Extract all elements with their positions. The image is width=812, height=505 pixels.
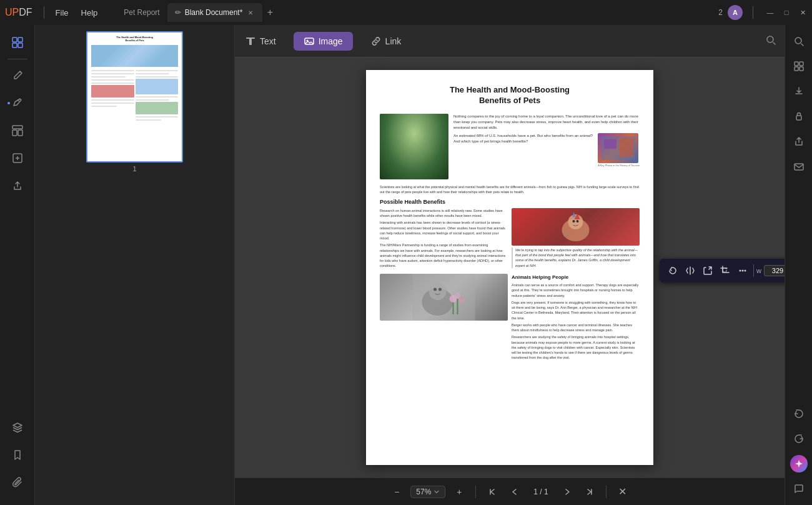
- bottom-close-btn[interactable]: ✕: [614, 483, 631, 501]
- zoom-display[interactable]: 57%: [410, 486, 445, 498]
- pdf-animals-section: Animals Helping People Animals can serve…: [380, 274, 640, 361]
- more-options-btn[interactable]: [735, 262, 751, 279]
- rotate-left-btn[interactable]: [665, 262, 681, 279]
- toolbar-divider: [753, 264, 754, 277]
- svg-rect-8: [246, 38, 255, 39]
- zoom-in-btn[interactable]: +: [450, 483, 468, 501]
- sidebar-icon-edit[interactable]: [5, 63, 30, 88]
- pdf-title: The Health and Mood-Boosting Benefits of…: [380, 85, 640, 106]
- maximize-btn[interactable]: □: [782, 8, 791, 17]
- svg-rect-2: [12, 43, 17, 48]
- thumb-line: [136, 76, 179, 78]
- text-tool-btn[interactable]: Text: [235, 32, 286, 51]
- svg-point-12: [767, 36, 773, 42]
- nav-next-btn[interactable]: [558, 483, 576, 501]
- w-label: w: [756, 267, 761, 274]
- minimize-btn[interactable]: —: [766, 8, 775, 17]
- right-extract-icon[interactable]: [788, 80, 810, 102]
- thumb-line: [136, 73, 170, 74]
- svg-point-25: [573, 220, 575, 222]
- app-logo: UPDF: [5, 7, 32, 18]
- thumbnail-page-1[interactable]: The Health and Mood-BoostingBenefits of …: [41, 31, 228, 172]
- thumbnail-list: The Health and Mood-BoostingBenefits of …: [35, 25, 234, 505]
- zoom-level: 57%: [416, 488, 431, 496]
- image-tool-btn[interactable]: Image: [294, 32, 353, 51]
- svg-rect-46: [796, 116, 801, 120]
- page-indicator: 1 / 1: [528, 488, 553, 496]
- svg-rect-47: [795, 164, 803, 170]
- sidebar-icon-annotate[interactable]: [5, 91, 30, 116]
- thumb-title: The Health and Mood-BoostingBenefits of …: [91, 36, 178, 42]
- right-mail-icon[interactable]: [788, 155, 810, 178]
- svg-point-29: [429, 282, 447, 300]
- pdf-cat-gray-img: [380, 274, 508, 321]
- pdf-viewer[interactable]: The Health and Mood-Boosting Benefits of…: [235, 58, 785, 478]
- right-chat-icon[interactable]: [788, 478, 810, 500]
- svg-point-40: [745, 270, 746, 272]
- thumb-line: [91, 99, 134, 101]
- add-tab-btn[interactable]: +: [262, 5, 277, 20]
- svg-rect-19: [604, 139, 616, 149]
- flip-horizontal-btn[interactable]: [682, 262, 698, 279]
- sidebar-icon-organize[interactable]: [5, 146, 30, 171]
- image-tool-label: Image: [319, 36, 343, 46]
- sidebar-icon-bookmark[interactable]: [5, 442, 30, 468]
- link-tool-btn[interactable]: Link: [360, 32, 412, 51]
- bottom-divider1: [475, 486, 476, 498]
- right-share-icon[interactable]: [788, 130, 810, 152]
- pdf-page: The Health and Mood-Boosting Benefits of…: [366, 70, 653, 465]
- menu-help[interactable]: Help: [75, 6, 104, 20]
- tab-blank-document[interactable]: ✏ Blank Document* ✕: [167, 3, 263, 22]
- pdf-cat-image-container: [380, 114, 448, 179]
- sidebar-icon-layers[interactable]: [5, 415, 30, 440]
- zoom-out-btn[interactable]: −: [388, 483, 405, 501]
- pdf-animals-text2: Dogs are very present. If someone is str…: [512, 300, 640, 321]
- svg-rect-44: [795, 67, 798, 71]
- thumb-line: [136, 116, 179, 118]
- sidebar-icon-pages[interactable]: [5, 30, 30, 55]
- svg-rect-45: [800, 67, 803, 71]
- right-redo-icon[interactable]: [788, 428, 810, 450]
- menu-file[interactable]: File: [49, 6, 75, 20]
- width-input[interactable]: [764, 265, 785, 276]
- right-sidebar: [785, 25, 812, 505]
- svg-rect-4: [12, 126, 22, 129]
- nav-last-btn[interactable]: [581, 483, 598, 501]
- right-undo-icon[interactable]: [788, 402, 810, 425]
- sidebar-icon-layout[interactable]: [5, 118, 30, 143]
- thumb-line: [91, 106, 117, 107]
- pdf-animals-left: [380, 274, 508, 361]
- nav-first-btn[interactable]: [483, 483, 501, 501]
- right-protect-icon[interactable]: [788, 105, 810, 128]
- svg-rect-20: [620, 138, 633, 157]
- user-count: 2: [718, 8, 723, 17]
- right-scan-icon[interactable]: [788, 55, 810, 78]
- toolbar-search[interactable]: [765, 34, 777, 49]
- tab-pet-report-label: Pet Report: [124, 8, 159, 17]
- sidebar-separator: [7, 59, 27, 59]
- svg-rect-3: [18, 43, 22, 48]
- tab-close-btn[interactable]: ✕: [246, 8, 255, 17]
- nav-prev-btn[interactable]: [506, 483, 523, 501]
- thumb-line: [91, 102, 134, 104]
- blank-doc-icon: ✏: [175, 8, 181, 17]
- svg-rect-6: [18, 130, 22, 136]
- tab-pet-report[interactable]: Pet Report: [116, 3, 167, 22]
- right-zoom-icon[interactable]: [788, 30, 810, 52]
- replace-img-btn[interactable]: [700, 262, 716, 279]
- handle-tr: [446, 114, 448, 116]
- svg-rect-43: [800, 62, 803, 66]
- img-selection-toolbar: w h: [660, 259, 785, 282]
- pdf-cat-img: [380, 114, 448, 179]
- controls-divider: [753, 6, 753, 19]
- sidebar-icon-attachment[interactable]: [5, 470, 30, 495]
- tab-blank-doc-label: Blank Document*: [185, 8, 243, 17]
- close-btn[interactable]: ✕: [798, 8, 807, 17]
- sidebar-icon-export[interactable]: [5, 173, 30, 198]
- svg-point-16: [406, 141, 408, 144]
- right-sparkle-icon[interactable]: [790, 455, 808, 472]
- pdf-caption: A Key Phase in the History of Tourism: [598, 164, 640, 168]
- main-layout: The Health and Mood-BoostingBenefits of …: [0, 25, 812, 505]
- crop-img-btn[interactable]: [717, 262, 733, 279]
- pdf-animal-img: [512, 208, 640, 246]
